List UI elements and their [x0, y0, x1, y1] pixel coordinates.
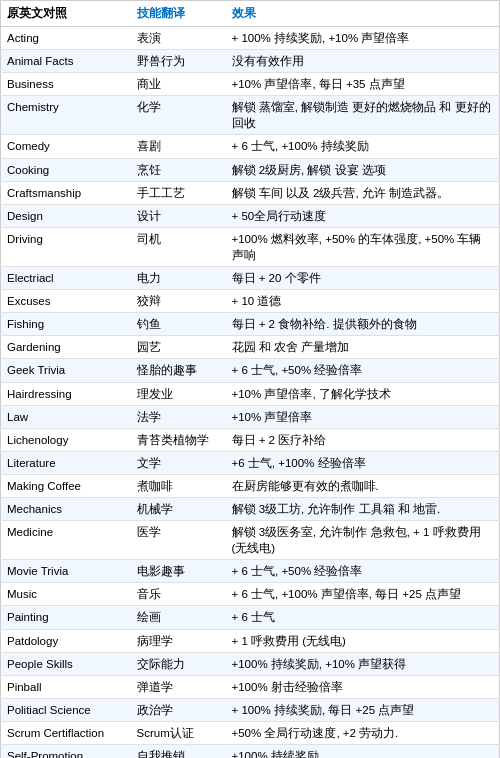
table-row: Design设计+ 50全局行动速度 [1, 204, 500, 227]
cell-translation: 机械学 [131, 497, 226, 520]
cell-original: Driving [1, 227, 131, 266]
table-row: Scrum CertiflactionScrum认证+50% 全局行动速度, +… [1, 721, 500, 744]
cell-effect: 解锁 蒸馏室, 解锁制造 更好的燃烧物品 和 更好的回收 [226, 96, 500, 135]
table-row: Fishing钓鱼每日 + 2 食物补给. 提供额外的食物 [1, 313, 500, 336]
cell-original: Medicine [1, 521, 131, 560]
cell-effect: +50% 全局行动速度, +2 劳动力. [226, 721, 500, 744]
table-row: Business商业+10% 声望倍率, 每日 +35 点声望 [1, 73, 500, 96]
cell-original: Acting [1, 27, 131, 50]
cell-effect: 每日 + 2 医疗补给 [226, 428, 500, 451]
table-row: Painting绘画+ 6 士气 [1, 606, 500, 629]
table-row: Music音乐+ 6 士气, +100% 声望倍率, 每日 +25 点声望 [1, 583, 500, 606]
cell-translation: 医学 [131, 521, 226, 560]
cell-translation: 喜剧 [131, 135, 226, 158]
cell-translation: 司机 [131, 227, 226, 266]
cell-effect: +100% 射击经验倍率 [226, 675, 500, 698]
cell-original: Excuses [1, 290, 131, 313]
cell-translation: 法学 [131, 405, 226, 428]
cell-original: Craftsmanship [1, 181, 131, 204]
skills-table: 原英文对照 技能翻译 效果 Acting表演+ 100% 持续奖励, +10% … [0, 0, 500, 758]
cell-effect: +10% 声望倍率 [226, 405, 500, 428]
cell-translation: 化学 [131, 96, 226, 135]
cell-translation: 电影趣事 [131, 560, 226, 583]
table-row: Cooking烹饪解锁 2级厨房, 解锁 设宴 选项 [1, 158, 500, 181]
cell-effect: + 50全局行动速度 [226, 204, 500, 227]
table-row: Medicine医学解锁 3级医务室, 允许制作 急救包, + 1 呼救费用 (… [1, 521, 500, 560]
cell-effect: + 100% 持续奖励, +10% 声望倍率 [226, 27, 500, 50]
cell-original: Music [1, 583, 131, 606]
cell-original: Mechanics [1, 497, 131, 520]
cell-original: Business [1, 73, 131, 96]
cell-effect: + 6 士气, +100% 声望倍率, 每日 +25 点声望 [226, 583, 500, 606]
col-header-original: 原英文对照 [1, 1, 131, 27]
cell-effect: 在厨房能够更有效的煮咖啡. [226, 474, 500, 497]
table-row: Self-Promotion自我推销+100% 持续奖励 [1, 745, 500, 759]
table-row: Comedy喜剧+ 6 士气, +100% 持续奖励 [1, 135, 500, 158]
cell-effect: + 6 士气, +50% 经验倍率 [226, 560, 500, 583]
table-row: Gardening园艺花园 和 农舍 产量增加 [1, 336, 500, 359]
table-row: Lichenology青苔类植物学每日 + 2 医疗补给 [1, 428, 500, 451]
cell-translation: Scrum认证 [131, 721, 226, 744]
table-row: Hairdressing理发业+10% 声望倍率, 了解化学技术 [1, 382, 500, 405]
col-header-effect: 效果 [226, 1, 500, 27]
table-row: Politiacl Science政治学+ 100% 持续奖励, 每日 +25 … [1, 698, 500, 721]
cell-original: Lichenology [1, 428, 131, 451]
table-row: Pinball弹道学+100% 射击经验倍率 [1, 675, 500, 698]
cell-effect: + 6 士气, +100% 持续奖励 [226, 135, 500, 158]
cell-original: Pinball [1, 675, 131, 698]
cell-original: Hairdressing [1, 382, 131, 405]
cell-original: Law [1, 405, 131, 428]
table-row: Literature文学+6 士气, +100% 经验倍率 [1, 451, 500, 474]
cell-translation: 自我推销 [131, 745, 226, 759]
cell-original: Self-Promotion [1, 745, 131, 759]
cell-original: Literature [1, 451, 131, 474]
cell-original: Painting [1, 606, 131, 629]
table-row: Electriacl电力每日 + 20 个零件 [1, 267, 500, 290]
cell-effect: +6 士气, +100% 经验倍率 [226, 451, 500, 474]
table-row: Animal Facts野兽行为没有有效作用 [1, 50, 500, 73]
cell-effect: +100% 持续奖励, +10% 声望获得 [226, 652, 500, 675]
skills-table-container: 原英文对照 技能翻译 效果 Acting表演+ 100% 持续奖励, +10% … [0, 0, 500, 758]
table-body: Acting表演+ 100% 持续奖励, +10% 声望倍率Animal Fac… [1, 27, 500, 759]
table-row: Craftsmanship手工工艺解锁 车间 以及 2级兵营, 允许 制造武器。 [1, 181, 500, 204]
cell-translation: 煮咖啡 [131, 474, 226, 497]
table-header-row: 原英文对照 技能翻译 效果 [1, 1, 500, 27]
cell-effect: 每日 + 2 食物补给. 提供额外的食物 [226, 313, 500, 336]
cell-effect: 解锁 车间 以及 2级兵营, 允许 制造武器。 [226, 181, 500, 204]
cell-effect: + 10 道德 [226, 290, 500, 313]
cell-original: Cooking [1, 158, 131, 181]
cell-translation: 政治学 [131, 698, 226, 721]
cell-original: Geek Trivia [1, 359, 131, 382]
cell-translation: 手工工艺 [131, 181, 226, 204]
cell-translation: 烹饪 [131, 158, 226, 181]
cell-translation: 钓鱼 [131, 313, 226, 336]
table-row: Patdology病理学+ 1 呼救费用 (无线电) [1, 629, 500, 652]
cell-effect: +10% 声望倍率, 了解化学技术 [226, 382, 500, 405]
cell-effect: 解锁 2级厨房, 解锁 设宴 选项 [226, 158, 500, 181]
cell-effect: +10% 声望倍率, 每日 +35 点声望 [226, 73, 500, 96]
cell-translation: 病理学 [131, 629, 226, 652]
cell-effect: + 100% 持续奖励, 每日 +25 点声望 [226, 698, 500, 721]
cell-translation: 音乐 [131, 583, 226, 606]
cell-translation: 弹道学 [131, 675, 226, 698]
cell-translation: 绘画 [131, 606, 226, 629]
table-row: Movie Trivia电影趣事+ 6 士气, +50% 经验倍率 [1, 560, 500, 583]
cell-effect: 花园 和 农舍 产量增加 [226, 336, 500, 359]
cell-original: People Skills [1, 652, 131, 675]
cell-translation: 表演 [131, 27, 226, 50]
cell-original: Scrum Certiflaction [1, 721, 131, 744]
cell-effect: +100% 燃料效率, +50% 的车体强度, +50% 车辆声响 [226, 227, 500, 266]
cell-effect: 每日 + 20 个零件 [226, 267, 500, 290]
table-row: Geek Trivia怪胎的趣事+ 6 士气, +50% 经验倍率 [1, 359, 500, 382]
cell-translation: 商业 [131, 73, 226, 96]
cell-effect: 解锁 3级医务室, 允许制作 急救包, + 1 呼救费用 (无线电) [226, 521, 500, 560]
col-header-translation: 技能翻译 [131, 1, 226, 27]
cell-original: Design [1, 204, 131, 227]
cell-effect: + 1 呼救费用 (无线电) [226, 629, 500, 652]
table-row: People Skills交际能力+100% 持续奖励, +10% 声望获得 [1, 652, 500, 675]
cell-translation: 设计 [131, 204, 226, 227]
cell-translation: 狡辩 [131, 290, 226, 313]
table-row: Excuses狡辩+ 10 道德 [1, 290, 500, 313]
cell-original: Movie Trivia [1, 560, 131, 583]
cell-original: Chemistry [1, 96, 131, 135]
